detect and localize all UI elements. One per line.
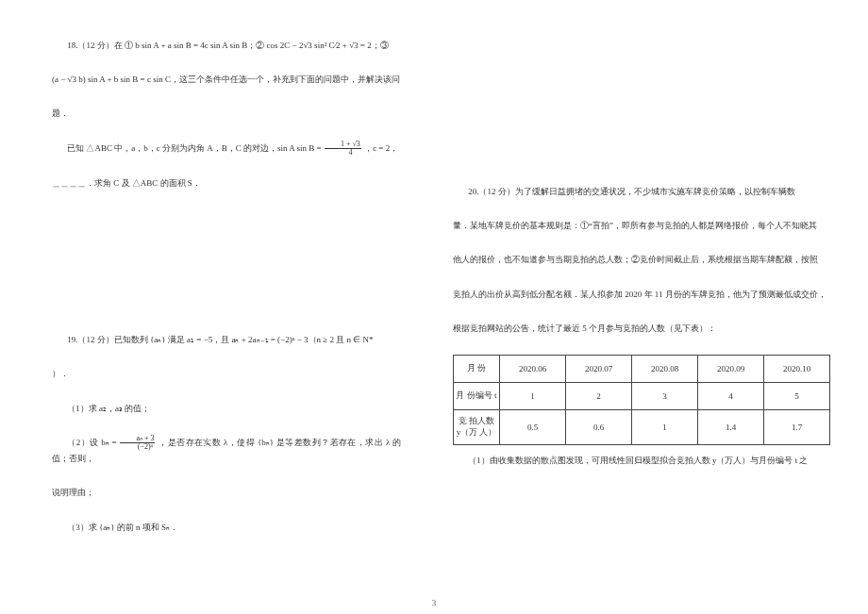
cell: 2020.08: [632, 355, 698, 382]
cell: 0.5: [500, 410, 566, 444]
q19-line2: ）．: [52, 369, 69, 378]
q19-frac: aₙ + 3 (−2)ⁿ: [120, 435, 155, 451]
cell: 2: [566, 383, 632, 410]
question-19: 19.（12 分）已知数列 {aₙ} 满足 a₁ = −5，且 aₙ + 2aₙ…: [52, 332, 401, 535]
q20-line5: 根据竞拍网站的公告，统计了最近 5 个月参与竞拍的人数（见下表）：: [453, 324, 716, 333]
cell: 1.4: [698, 410, 764, 444]
row-label-month: 月 份: [454, 355, 500, 382]
cell: 2020.09: [698, 355, 764, 382]
q18-head: 18.（12 分）在 ① b sin A + a sin B = 4c sin …: [67, 41, 388, 50]
table-row-month: 月 份 2020.06 2020.07 2020.08 2020.09 2020…: [454, 355, 830, 382]
question-20: 20.（12 分）为了缓解日益拥堵的交通状况，不少城市实施车牌竞价策略，以控制车…: [453, 184, 830, 468]
row-label-count: 竞 拍人数 y（万 人）: [454, 410, 500, 444]
q19-head: 19.（12 分）已知数列 {aₙ} 满足 a₁ = −5，且 aₙ + 2aₙ…: [67, 335, 373, 344]
q19-part2c: 说明理由；: [52, 488, 94, 497]
q19-part2a: （2）设 bₙ =: [67, 438, 119, 447]
question-18: 18.（12 分）在 ① b sin A + a sin B = 4c sin …: [52, 38, 401, 191]
cell: 2020.07: [566, 355, 632, 382]
q18-frac: 1 + √3 4: [325, 141, 361, 157]
q20-line2: 量．某地车牌竞价的基本规则是：①“盲拍”，即所有参与竞拍的人都是网络报价，每个人…: [453, 221, 817, 230]
page-number: 3: [0, 595, 868, 610]
q18-line4a: 已知 △ABC 中，a，b，c 分别为内角 A，B，C 的对边，sin A si…: [67, 143, 324, 153]
cell: 1.7: [764, 410, 830, 444]
q19-part1: （1）求 a₂，a₃ 的值；: [67, 404, 150, 413]
cell: 2020.06: [500, 355, 566, 382]
q20-head: 20.（12 分）为了缓解日益拥堵的交通状况，不少城市实施车牌竞价策略，以控制车…: [468, 187, 795, 196]
cell: 5: [764, 383, 830, 410]
cell: 2020.10: [764, 355, 830, 382]
row-label-id: 月 份编号 t: [454, 383, 500, 410]
q20-line4: 竞拍人的出价从高到低分配名额．某人拟参加 2020 年 11 月份的车牌竞拍，他…: [453, 290, 826, 299]
q18-line2: (a − √3 b) sin A + b sin B = c sin C，这三个…: [52, 75, 400, 84]
cell: 4: [698, 383, 764, 410]
cell: 3: [632, 383, 698, 410]
table-row-count: 竞 拍人数 y（万 人） 0.5 0.6 1 1.4 1.7: [454, 410, 830, 444]
cell: 1: [500, 383, 566, 410]
q18-line3: 题．: [52, 108, 69, 118]
q18-line5: ＿＿＿＿．求角 C 及 △ABC 的面积 S．: [52, 178, 201, 188]
q20-after: （1）由收集数据的散点图发现，可用线性回归模型拟合竞拍人数 y（万人）与月份编号…: [468, 456, 808, 465]
q20-line3: 他人的报价，也不知道参与当期竞拍的总人数；②竞价时间截止后，系统根据当期车牌配额…: [453, 255, 818, 264]
q18-line4b: ，c = 2，: [364, 143, 398, 153]
cell: 1: [632, 410, 698, 444]
q19-part3: （3）求 {aₙ} 的前 n 项和 Sₙ．: [67, 523, 178, 532]
data-table: 月 份 2020.06 2020.07 2020.08 2020.09 2020…: [453, 355, 830, 445]
table-row-id: 月 份编号 t 1 2 3 4 5: [454, 383, 830, 410]
cell: 0.6: [566, 410, 632, 444]
